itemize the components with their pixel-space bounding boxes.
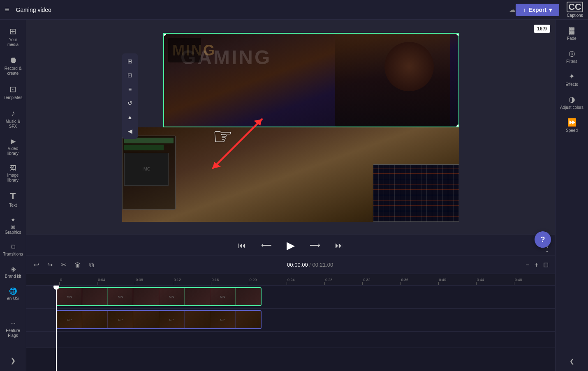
cloud-icon: ☁ — [509, 6, 516, 14]
sidebar-label-feature-flags: Feature Flags — [3, 328, 23, 338]
total-time: 00:21.00 — [313, 262, 333, 268]
forward-button[interactable]: ⟶ — [306, 239, 324, 251]
sidebar-item-record[interactable]: ⏺ Record &create — [1, 52, 25, 79]
track-clip-2[interactable]: GP GP GP GP — [56, 310, 262, 329]
zoom-out-button[interactable]: − — [524, 260, 531, 270]
flip-v-tool[interactable]: ▲ — [124, 111, 136, 123]
graphics-icon: ✦ — [10, 216, 16, 224]
cut-button[interactable]: ✂ — [58, 259, 69, 270]
record-icon: ⏺ — [9, 55, 17, 65]
sidebar-collapse-button[interactable]: ❯ — [7, 353, 19, 368]
timeline-ruler: 0 0:04 0:08 — [26, 274, 555, 286]
playhead[interactable] — [56, 286, 57, 371]
captions-button[interactable]: CC Captions — [567, 2, 583, 18]
layout-tool[interactable]: ⊞ — [124, 55, 136, 67]
canvas-area: 16:9 ⊞ ⊡ ≡ ↺ ▲ ◀ MING — [26, 20, 555, 235]
right-sidebar-collapse-button[interactable]: ❮ — [566, 355, 578, 368]
right-sidebar-item-adjust-colors[interactable]: ◑ Adjust colors — [557, 92, 587, 113]
flip-h-tool[interactable]: ◀ — [124, 125, 136, 137]
undo-button[interactable]: ↩ — [31, 259, 42, 270]
sidebar-item-graphics[interactable]: ✦ 88 Graphics — [1, 213, 25, 238]
crop-tool[interactable]: ⊡ — [124, 69, 136, 81]
captions-cc-icon: CC — [567, 2, 583, 12]
time-display: 00:00.00 / 00:21.00 — [287, 262, 333, 268]
right-sidebar-item-effects[interactable]: ✦ Effects — [557, 69, 587, 90]
en-us-icon: 🌐 — [9, 287, 17, 295]
fade-label: Fade — [567, 36, 576, 41]
track-label-3 — [26, 332, 56, 348]
handle-bottom-right[interactable] — [456, 124, 459, 127]
ruler-marks-container: 0 0:04 0:08 — [59, 274, 552, 285]
skip-back-button[interactable]: ⏮ — [235, 239, 250, 252]
menu-icon[interactable]: ≡ — [5, 5, 9, 14]
sidebar-label-image-library: Image library — [3, 173, 23, 183]
filters-icon: ◎ — [569, 49, 575, 58]
video-canvas: ⊞ ⊡ ≡ ↺ ▲ ◀ MING — [122, 33, 459, 222]
sidebar-label-record: Record &create — [5, 66, 22, 76]
adjust-colors-icon: ◑ — [569, 95, 575, 104]
speed-icon: ⏩ — [567, 118, 576, 127]
sidebar-item-transitions[interactable]: ⧉ Transitions — [1, 240, 25, 260]
export-label: Export — [528, 7, 546, 13]
right-sidebar-item-filters[interactable]: ◎ Filters — [557, 46, 587, 67]
game-overlay-topleft: IMG — [122, 136, 176, 210]
your-media-icon: ⊞ — [9, 26, 16, 36]
track-content-1: MN MN MN MN — [56, 286, 555, 308]
help-button[interactable]: ? — [535, 231, 551, 248]
sidebar-item-music-sfx[interactable]: ♪ Music & SFX — [1, 105, 25, 132]
sidebar-label-graphics: 88 Graphics — [3, 225, 23, 235]
sidebar-item-your-media[interactable]: ⊞ Your media — [1, 23, 25, 51]
sidebar-item-en-us[interactable]: 🌐 en-US — [1, 284, 25, 304]
track-content-3 — [56, 332, 555, 348]
play-button[interactable]: ▶ — [283, 237, 298, 253]
track-row-1: MN MN MN MN — [26, 286, 555, 309]
bottom-video-clip[interactable]: IMG — [122, 127, 459, 222]
track-clip-1[interactable]: MN MN MN MN — [56, 287, 262, 306]
game-overlay-bottomright — [373, 164, 459, 222]
rewind-button[interactable]: ⟵ — [258, 239, 275, 251]
right-sidebar-item-speed[interactable]: ⏩ Speed — [557, 115, 587, 136]
project-title[interactable]: Gaming video — [16, 7, 506, 13]
sidebar-label-transitions: Transitions — [3, 252, 23, 257]
playback-controls: ⏮ ⟵ ▶ ⟶ ⏭ ⛶ — [26, 235, 555, 256]
feature-flags-icon: ··· — [10, 320, 16, 327]
delete-button[interactable]: 🗑 — [72, 260, 83, 270]
rotate-tool[interactable]: ↺ — [124, 97, 136, 109]
current-time: 00:00.00 — [287, 262, 308, 268]
video-library-icon: ▶ — [11, 137, 16, 145]
sidebar-item-video-library[interactable]: ▶ Video library — [1, 134, 25, 159]
sidebar-item-image-library[interactable]: 🖼 Image library — [1, 161, 25, 186]
handle-top-right[interactable] — [456, 33, 459, 36]
skip-forward-button[interactable]: ⏭ — [332, 239, 347, 252]
sidebar-label-video-library: Video library — [3, 146, 23, 156]
adjust-colors-label: Adjust colors — [560, 105, 583, 110]
sidebar-label-templates: Templates — [4, 95, 23, 100]
topbar: ≡ Gaming video ☁ ↑ Export ▾ CC Captions — [0, 0, 588, 20]
right-sidebar-item-fade[interactable]: ▓ Fade — [557, 23, 587, 44]
zoom-in-button[interactable]: + — [533, 260, 540, 270]
text-icon: T — [10, 191, 16, 202]
time-separator: / — [309, 262, 312, 268]
track-label-2 — [26, 309, 56, 331]
aspect-ratio-badge[interactable]: 16:9 — [534, 25, 550, 33]
top-video-clip[interactable]: MING — [163, 33, 459, 127]
music-sfx-icon: ♪ — [11, 108, 15, 118]
sidebar-item-text[interactable]: T Text — [1, 188, 25, 211]
sidebar-label-your-media: Your media — [3, 37, 23, 47]
subtitles-tool[interactable]: ≡ — [124, 83, 136, 95]
speed-label: Speed — [566, 128, 578, 133]
track-row-2: GP GP GP GP — [26, 309, 555, 332]
sidebar-item-feature-flags[interactable]: ··· Feature Flags — [1, 316, 25, 341]
sidebar-label-brand-kit: Brand kit — [5, 274, 21, 279]
expand-chevron-button[interactable]: ˅ — [546, 250, 549, 257]
export-chevron-icon: ▾ — [549, 7, 552, 13]
export-up-icon: ↑ — [523, 7, 526, 13]
sidebar-item-brand-kit[interactable]: ◈ Brand kit — [1, 262, 25, 282]
duplicate-button[interactable]: ⧉ — [87, 260, 96, 270]
fit-button[interactable]: ⊡ — [542, 259, 550, 270]
export-button[interactable]: ↑ Export ▾ — [516, 4, 559, 16]
track-row-3 — [26, 332, 555, 348]
sidebar-item-templates[interactable]: ⊡ Templates — [1, 81, 25, 104]
left-sidebar: ⊞ Your media ⏺ Record &create ⊡ Template… — [0, 20, 26, 371]
redo-button[interactable]: ↪ — [45, 259, 55, 270]
